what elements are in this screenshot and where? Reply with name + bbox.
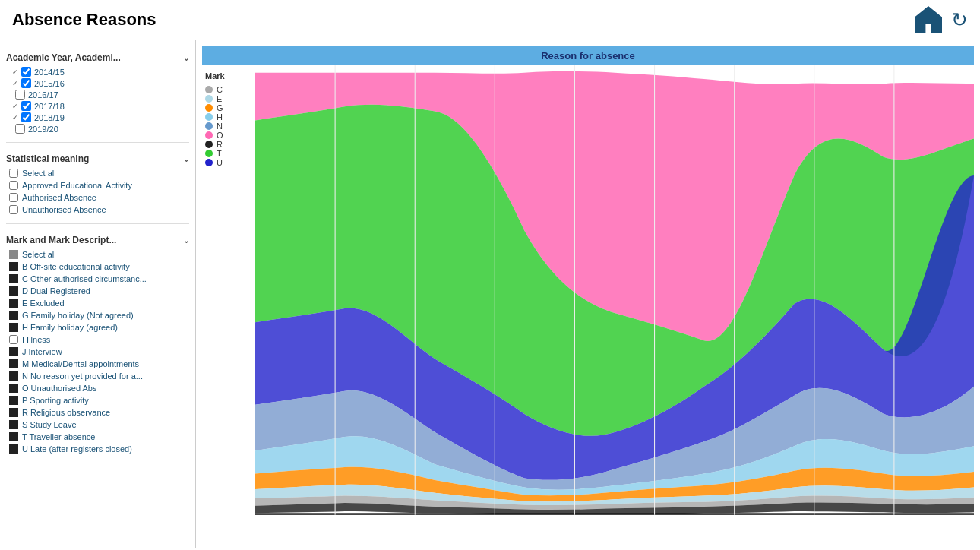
year-item[interactable]: 2019/20 [6, 123, 189, 134]
statistical-meaning-filter: Statistical meaning ⌄ Select allApproved… [0, 147, 195, 219]
year-item[interactable]: 2016/17 [6, 89, 189, 100]
divider-2 [6, 223, 189, 224]
chevron-sm: ✓ [12, 80, 18, 87]
stat-checkbox[interactable] [9, 169, 18, 178]
legend-dot [205, 141, 213, 148]
mark-filter-item[interactable]: N No reason yet provided for a... [6, 370, 189, 382]
chevron-down-icon-2: ⌄ [183, 155, 189, 163]
legend-dot [205, 131, 213, 139]
color-swatch [9, 347, 18, 356]
statistical-filter-item[interactable]: Select all [6, 167, 189, 179]
stat-checkbox[interactable] [9, 193, 18, 202]
mark-filter-item[interactable]: C Other authorised circumstanc... [6, 273, 189, 285]
svg-rect-1 [255, 513, 974, 514]
mark-filter-item[interactable]: U Late (after registers closed) [6, 443, 189, 455]
main-layout: Academic Year, Academi... ⌄ ✓2014/15✓201… [0, 40, 980, 548]
legend-dot [205, 86, 213, 93]
legend-item: G [205, 103, 252, 112]
chevron-sm: ✓ [12, 68, 18, 76]
mark-description-filter: Mark and Mark Descript... ⌄ Select allB … [0, 229, 195, 458]
statistical-filter-item[interactable]: Approved Educational Activity [6, 179, 189, 191]
year-item[interactable]: ✓2018/19 [6, 112, 189, 123]
academic-year-filter: Academic Year, Academi... ⌄ ✓2014/15✓201… [0, 46, 195, 138]
legend-item: T [205, 149, 252, 158]
year-checkbox[interactable] [15, 124, 25, 134]
legend-item: O [205, 131, 252, 140]
mark-filter-item[interactable]: I Illness [6, 333, 189, 346]
statistical-filter-item[interactable]: Unauthorised Absence [6, 204, 189, 216]
mark-filter-item[interactable]: T Traveller absence [6, 431, 189, 443]
color-swatch [9, 359, 18, 368]
color-swatch [9, 444, 18, 454]
year-checkbox[interactable] [21, 78, 31, 88]
year-item[interactable]: ✓2014/15 [6, 66, 189, 77]
chart-area: Mark CEGHNORTU [202, 65, 974, 542]
color-swatch [9, 432, 18, 441]
legend-dot [205, 150, 213, 157]
mark-filter-item[interactable]: G Family holiday (Not agreed) [6, 309, 189, 321]
color-swatch [9, 371, 18, 381]
mark-filter-item[interactable]: O Unauthorised Abs [6, 382, 189, 394]
legend-item: H [205, 112, 252, 122]
color-swatch [9, 396, 18, 405]
statistical-filter-item[interactable]: Authorised Absence [6, 191, 189, 204]
chevron-sm: ✓ [12, 103, 18, 110]
color-swatch [9, 311, 18, 320]
divider-1 [6, 142, 189, 143]
color-swatch [9, 274, 18, 283]
academic-year-header[interactable]: Academic Year, Academi... ⌄ [6, 49, 189, 66]
chevron-down-icon: ⌄ [183, 54, 189, 62]
legend-item: E [205, 94, 252, 103]
color-swatch [9, 250, 18, 259]
legend-item: U [205, 158, 252, 167]
area-chart [255, 65, 974, 542]
mark-filter-item[interactable]: M Medical/Dental appointments [6, 358, 189, 370]
year-checkbox[interactable] [21, 101, 31, 111]
header-icons: ↻ [915, 6, 968, 33]
mark-filter-item[interactable]: H Family holiday (agreed) [6, 321, 189, 333]
mark-filter-item[interactable]: P Sporting activity [6, 394, 189, 406]
legend-dot [205, 159, 213, 166]
legend-dot [205, 104, 213, 112]
home-icon[interactable] [915, 6, 942, 33]
chart-svg-container: 17/18 Term 117/18 Term 217/18 Term 318/1… [255, 65, 974, 542]
statistical-meaning-header[interactable]: Statistical meaning ⌄ [6, 150, 189, 167]
content-area: Reason for absence Mark CEGHNORTU [196, 40, 980, 548]
color-swatch [9, 299, 18, 308]
mark-description-header[interactable]: Mark and Mark Descript... ⌄ [6, 232, 189, 248]
year-item[interactable]: ✓2017/18 [6, 100, 189, 112]
page-title: Absence Reasons [12, 10, 156, 30]
color-swatch [9, 286, 18, 296]
chevron-sm: ✓ [12, 114, 18, 122]
year-checkbox[interactable] [15, 90, 25, 100]
stat-checkbox[interactable] [9, 181, 18, 190]
mark-filter-item[interactable]: J Interview [6, 346, 189, 358]
color-swatch [9, 323, 18, 332]
chevron-down-icon-3: ⌄ [183, 236, 189, 245]
mark-filter-item[interactable]: D Dual Registered [6, 285, 189, 297]
year-checkbox[interactable] [21, 67, 31, 77]
mark-filter-item[interactable]: Select all [6, 248, 189, 261]
sidebar: Academic Year, Academi... ⌄ ✓2014/15✓201… [0, 40, 196, 548]
chart-legend: Mark CEGHNORTU [202, 65, 255, 542]
color-swatch [9, 408, 18, 417]
year-checkbox[interactable] [21, 112, 31, 122]
legend-dot [205, 113, 213, 121]
refresh-icon[interactable]: ↻ [951, 8, 968, 32]
legend-item: R [205, 140, 252, 149]
legend-item: N [205, 122, 252, 131]
legend-label: Mark [205, 71, 252, 81]
stat-checkbox[interactable] [9, 205, 18, 214]
legend-item: C [205, 85, 252, 94]
chart-title: Reason for absence [202, 46, 974, 65]
mark-filter-item[interactable]: E Excluded [6, 297, 189, 309]
mark-filter-item[interactable]: R Religious observance [6, 406, 189, 419]
legend-dot [205, 95, 213, 103]
mark-checkbox[interactable] [9, 335, 18, 344]
color-swatch [9, 384, 18, 393]
mark-filter-item[interactable]: B Off-site educational activity [6, 261, 189, 273]
mark-filter-item[interactable]: S Study Leave [6, 419, 189, 431]
color-swatch [9, 262, 18, 271]
header: Absence Reasons ↻ [0, 0, 980, 40]
year-item[interactable]: ✓2015/16 [6, 77, 189, 89]
